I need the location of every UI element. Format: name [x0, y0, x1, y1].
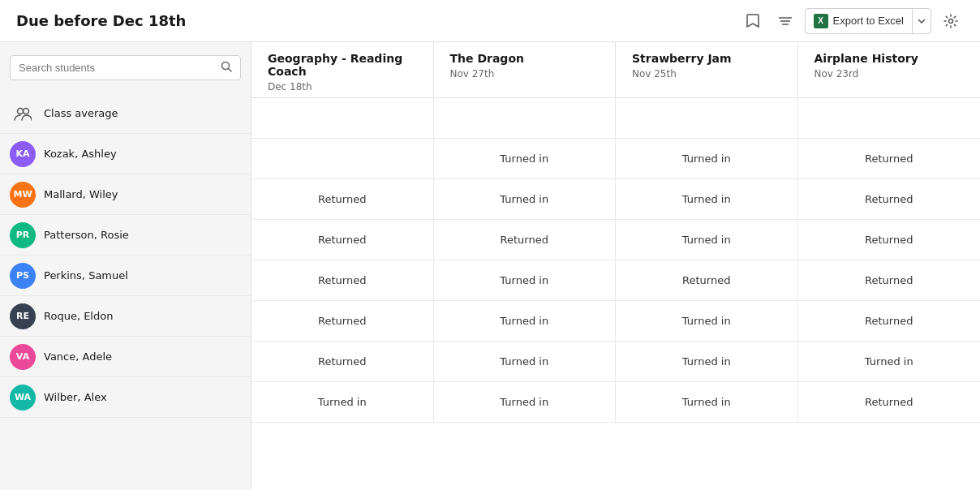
bookmark-button[interactable] — [740, 8, 766, 34]
avatar: MW — [10, 182, 36, 208]
grid-cell: Returned — [251, 260, 434, 300]
grid-row — [251, 98, 980, 139]
avatar: RE — [10, 303, 36, 329]
column-title: Strawberry Jam — [632, 52, 781, 65]
grid-cell: Returned — [798, 179, 981, 219]
student-name: Patterson, Rosie — [44, 229, 129, 241]
grid-cell: Turned in — [616, 382, 798, 422]
grid-cell — [251, 98, 434, 138]
student-row[interactable]: PS Perkins, Samuel — [0, 256, 251, 296]
grid-cell: Returned — [251, 342, 434, 381]
avatar: VA — [10, 344, 36, 370]
grid-cell — [798, 98, 981, 138]
grid-row: ReturnedTurned inTurned inReturned — [251, 301, 980, 342]
svg-line-5 — [229, 69, 232, 72]
column-title: Airplane History — [815, 52, 965, 65]
grid-cell: Returned — [251, 301, 434, 341]
grid-cell: Turned in — [616, 301, 798, 341]
grid-cell — [251, 139, 434, 178]
avatar: KA — [10, 141, 36, 167]
grid-cell — [616, 98, 798, 138]
grid-cell: Turned in — [434, 139, 617, 178]
top-bar-left: Due before Dec 18th — [16, 12, 186, 29]
grid-row: ReturnedTurned inReturnedReturned — [251, 260, 980, 301]
export-chevron-button[interactable] — [913, 9, 931, 33]
search-box — [10, 55, 241, 80]
grid-row: ReturnedReturnedTurned inReturned — [251, 220, 980, 260]
student-name: Mallard, Wiley — [44, 188, 118, 200]
grid-cell: Turned in — [434, 382, 617, 422]
svg-point-7 — [24, 108, 29, 114]
right-panel: Geography - Reading Coach Dec 18th The D… — [251, 42, 980, 490]
student-name: Wilber, Alex — [44, 391, 107, 403]
avatar: PR — [10, 222, 36, 248]
class-average-row[interactable]: Class average — [0, 93, 251, 134]
avatar: PS — [10, 263, 36, 289]
grid-cell: Turned in — [434, 179, 617, 219]
filter-button[interactable] — [772, 8, 798, 34]
grid-cell: Returned — [798, 382, 981, 422]
column-date: Nov 25th — [632, 68, 781, 80]
top-bar-right: X Export to Excel — [740, 8, 964, 34]
main-content: Class average KA Kozak, Ashley MW Mallar… — [0, 42, 980, 490]
search-input[interactable] — [19, 62, 214, 74]
export-label: Export to Excel — [833, 15, 904, 27]
grid-cell: Turned in — [616, 342, 798, 381]
column-header: Geography - Reading Coach Dec 18th — [251, 42, 434, 97]
column-header: The Dragon Nov 27th — [434, 42, 617, 97]
column-date: Nov 27th — [450, 68, 600, 80]
student-row[interactable]: RE Roque, Eldon — [0, 296, 251, 337]
class-average-label: Class average — [44, 107, 118, 119]
column-date: Nov 23rd — [815, 68, 965, 80]
export-button[interactable]: X Export to Excel — [805, 8, 931, 34]
column-title: Geography - Reading Coach — [268, 52, 417, 78]
column-header: Airplane History Nov 23rd — [798, 42, 981, 97]
grid-cell: Turned in — [798, 342, 981, 381]
grid-cell: Turned in — [434, 342, 617, 381]
student-name: Perkins, Samuel — [44, 269, 128, 282]
column-date: Dec 18th — [268, 81, 417, 92]
student-row[interactable]: WA Wilber, Alex — [0, 377, 251, 418]
student-name: Kozak, Ashley — [44, 148, 117, 160]
grid-cell: Turned in — [434, 260, 617, 300]
svg-point-3 — [949, 19, 953, 23]
page-title: Due before Dec 18th — [16, 12, 186, 29]
grid-row: ReturnedTurned inTurned inTurned in — [251, 342, 980, 382]
student-row[interactable]: VA Vance, Adele — [0, 337, 251, 377]
grid-cell: Returned — [616, 260, 798, 300]
grid-row: Turned inTurned inTurned inReturned — [251, 382, 980, 423]
svg-point-6 — [18, 108, 24, 114]
grid-cell: Returned — [434, 220, 617, 260]
grid-cell: Turned in — [616, 139, 798, 178]
student-row[interactable]: PR Patterson, Rosie — [0, 215, 251, 256]
settings-button[interactable] — [938, 8, 964, 34]
grid-cell: Turned in — [616, 179, 798, 219]
export-main-button[interactable]: X Export to Excel — [806, 9, 912, 33]
student-row[interactable]: KA Kozak, Ashley — [0, 134, 251, 174]
grid-header: Geography - Reading Coach Dec 18th The D… — [251, 42, 980, 98]
class-average-icon — [10, 101, 36, 127]
grid-row: Turned inTurned inReturned — [251, 139, 980, 179]
top-bar: Due before Dec 18th X Export to Excel — [0, 0, 980, 42]
column-header: Strawberry Jam Nov 25th — [616, 42, 798, 97]
grid-cell: Returned — [798, 301, 981, 341]
grid-cell: Returned — [251, 220, 434, 260]
grid-cell: Returned — [798, 139, 981, 178]
grid-cell: Turned in — [434, 301, 617, 341]
grid-cell: Returned — [798, 220, 981, 260]
search-icon — [221, 61, 232, 75]
grid-cell: Turned in — [616, 220, 798, 260]
student-name: Vance, Adele — [44, 350, 112, 363]
search-area — [0, 42, 251, 93]
left-panel: Class average KA Kozak, Ashley MW Mallar… — [0, 42, 251, 490]
avatar: WA — [10, 385, 36, 410]
student-name: Roque, Eldon — [44, 310, 113, 322]
student-row[interactable]: MW Mallard, Wiley — [0, 174, 251, 215]
grid-cell: Returned — [251, 179, 434, 219]
excel-icon: X — [814, 14, 828, 28]
student-rows-container: KA Kozak, Ashley MW Mallard, Wiley PR Pa… — [0, 134, 251, 418]
grid-body: Turned inTurned inReturnedReturnedTurned… — [251, 98, 980, 490]
column-title: The Dragon — [450, 52, 600, 65]
grid-cell — [434, 98, 617, 138]
app-container: Due before Dec 18th X Export to Excel — [0, 0, 980, 490]
